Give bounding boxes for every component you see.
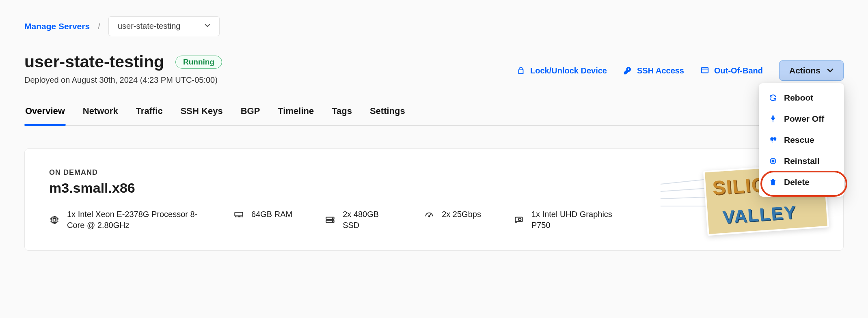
spec-ram-text: 64GB RAM [251,209,292,220]
server-select[interactable]: user-state-testing [108,16,220,36]
tabs: Overview Network Traffic SSH Keys BGP Ti… [24,103,844,126]
tab-settings[interactable]: Settings [369,103,406,125]
cpu-icon [49,215,60,225]
svg-point-10 [429,215,430,217]
out-of-band-label: Out-Of-Band [714,66,763,75]
deployed-timestamp: Deployed on August 30th, 2024 (4:23 PM U… [24,75,222,85]
breadcrumb: Manage Servers / user-state-testing [24,16,844,36]
tab-timeline[interactable]: Timeline [277,103,315,125]
action-power-off[interactable]: Power Off [759,108,844,129]
action-delete-label: Delete [784,177,810,187]
action-rescue-label: Rescue [784,135,814,145]
ssh-access-label: SSH Access [637,66,684,75]
ssh-access-button[interactable]: SSH Access [623,66,684,75]
action-reboot[interactable]: Reboot [759,87,844,108]
overview-card: SILICON VALLEY ON DEMAND m3.small.x86 1x… [24,148,844,251]
trash-icon [769,178,777,186]
lock-unlock-label: Lock/Unlock Device [530,66,607,75]
toolbar: Lock/Unlock Device SSH Access Out-Of-Ban… [516,60,844,81]
spec-ram: 64GB RAM [233,209,292,220]
actions-button-label: Actions [789,66,820,75]
action-reinstall[interactable]: Reinstall [759,150,844,172]
actions-button[interactable]: Actions [779,60,844,81]
chevron-down-icon [827,68,833,73]
tab-ssh-keys[interactable]: SSH Keys [180,103,224,125]
spec-disk-text: 2x 480GB SSD [343,209,391,231]
out-of-band-button[interactable]: Out-Of-Band [700,66,763,75]
spec-gpu-text: 1x Intel UHD Graphics P750 [531,209,621,231]
key-icon [623,66,632,75]
gpu-icon [514,215,524,225]
action-reboot-label: Reboot [784,93,813,103]
breadcrumb-root-link[interactable]: Manage Servers [24,21,90,31]
console-icon [700,66,709,75]
spec-disk: 2x 480GB SSD [325,209,391,231]
spec-nic-text: 2x 25Gbps [442,209,481,220]
server-select-value: user-state-testing [118,21,181,31]
postmark-decoration [661,184,709,212]
svg-rect-0 [702,68,708,73]
tab-network[interactable]: Network [82,103,119,125]
page-title: user-state-testing [24,52,164,71]
unlock-icon [516,66,525,75]
action-rescue[interactable]: Rescue [759,129,844,150]
svg-rect-3 [52,217,57,223]
refresh-icon [769,94,777,102]
ram-icon [233,209,244,220]
svg-point-12 [518,218,521,221]
spec-gpu: 1x Intel UHD Graphics P750 [514,209,621,231]
breadcrumb-separator: / [98,21,100,31]
svg-point-2 [772,160,774,162]
plug-icon [769,115,777,123]
spec-cpu-text: 1x Intel Xeon E-2378G Processor 8-Core @… [67,209,201,231]
tab-tags[interactable]: Tags [331,103,353,125]
tab-overview[interactable]: Overview [24,103,66,125]
svg-rect-5 [235,212,243,216]
specs-row: 1x Intel Xeon E-2378G Processor 8-Core @… [49,209,819,231]
actions-dropdown: Reboot Power Off Rescue [759,83,844,197]
action-power-off-label: Power Off [784,114,824,124]
disk-icon [325,215,335,225]
tab-traffic[interactable]: Traffic [135,103,164,125]
spec-nic: 2x 25Gbps [424,209,481,220]
spec-cpu: 1x Intel Xeon E-2378G Processor 8-Core @… [49,209,201,231]
svg-rect-4 [53,219,56,221]
heartbeat-icon [769,136,777,144]
gauge-icon [424,209,434,220]
lock-unlock-button[interactable]: Lock/Unlock Device [516,66,607,75]
target-icon [769,157,777,165]
action-delete[interactable]: Delete [759,172,844,193]
svg-point-8 [333,218,333,219]
status-badge: Running [175,56,222,69]
action-reinstall-label: Reinstall [784,156,820,166]
caret-down-icon [205,24,210,29]
tab-bgp[interactable]: BGP [240,103,261,125]
svg-point-9 [333,221,333,222]
